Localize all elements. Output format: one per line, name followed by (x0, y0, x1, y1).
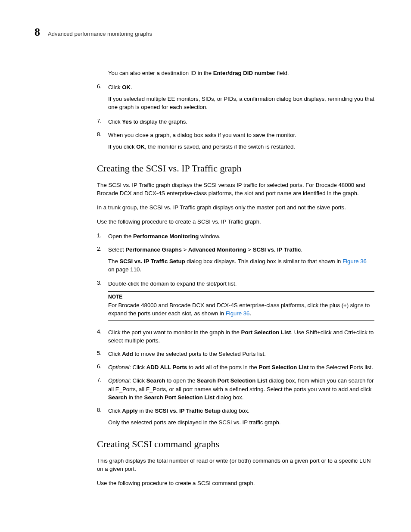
text: . (301, 246, 303, 253)
text: Click (108, 351, 122, 357)
note-title: NOTE (108, 293, 374, 301)
step-number: 1. (97, 232, 108, 240)
text: to display the graphs. (132, 118, 187, 125)
bold-text: Search Port Selection List (144, 394, 215, 401)
text: You can also enter a destination ID in t… (108, 70, 213, 76)
intro-paragraph: You can also enter a destination ID in t… (108, 69, 374, 77)
step-body: Optional: Click Search to open the Searc… (108, 376, 374, 401)
s1-step-8-sub: Only the selected ports are displayed in… (108, 418, 374, 426)
bold-text: Enter/drag DID number (213, 70, 275, 76)
page-content: You can also enter a destination ID in t… (97, 69, 374, 488)
italic-text: Optional (108, 377, 129, 384)
bold-text: OK (122, 84, 131, 90)
section1-p1: The SCSI vs. IP Traffic graph displays t… (97, 181, 374, 197)
step-body: Optional: Click ADD ALL Ports to add all… (108, 363, 374, 371)
bold-text: Advanced Monitoring (188, 246, 246, 253)
section1-p3: Use the following procedure to create a … (97, 218, 374, 226)
section-heading-scsi-cmd: Creating SCSI command graphs (97, 439, 374, 450)
bold-text: Performance Graphs (125, 246, 181, 253)
text: to the Selected Ports list. (308, 364, 373, 370)
text: Select (108, 246, 125, 253)
step-6-sub: If you selected multiple EE monitors, SI… (108, 95, 374, 111)
step-body: Click OK. (108, 83, 374, 91)
text: Click (108, 408, 122, 414)
step-number: 3. (97, 280, 108, 288)
bold-text: OK (136, 143, 145, 150)
bold-text: Performance Monitoring (133, 233, 199, 240)
step-number: 4. (97, 328, 108, 345)
chapter-number: 8 (34, 26, 40, 39)
step-number: 7. (97, 376, 108, 401)
section1-p2: In a trunk group, the SCSI vs. IP Traffi… (97, 203, 374, 212)
step-number: 7. (97, 118, 108, 126)
step-body: Click Yes to display the graphs. (108, 118, 374, 126)
text: to add all of the ports in the (187, 364, 258, 370)
step-number: 6. (97, 363, 108, 371)
text: on page 110. (108, 266, 141, 273)
step-body: Open the Performance Monitoring window. (108, 232, 374, 240)
s1-step-2: 2. Select Performance Graphs > Advanced … (97, 246, 374, 254)
text: to open the (165, 377, 197, 384)
bold-text: SCSI vs. IP Traffic (253, 246, 301, 253)
bold-text: ADD ALL Ports (146, 364, 187, 370)
text: Open the (108, 233, 133, 240)
step-number: 2. (97, 246, 108, 254)
step-number: 5. (97, 350, 108, 358)
section2-p2: Use the following procedure to create a … (97, 479, 374, 487)
bold-text: Search (108, 394, 127, 401)
text: If you click (108, 143, 136, 150)
bold-text: Search Port Selection List (197, 377, 267, 384)
bold-text: Search (146, 377, 165, 384)
step-body: Click the port you want to monitor in th… (108, 328, 374, 345)
text: field. (275, 70, 289, 76)
text: in the (138, 408, 155, 414)
page-header: 8 Advanced performance monitoring graphs (34, 26, 377, 39)
text: dialog box. (215, 394, 243, 401)
text: . (131, 84, 132, 90)
s1-step-2-sub: The SCSI vs. IP Traffic Setup dialog box… (108, 257, 374, 274)
step-body: When you close a graph, a dialog box ask… (108, 131, 374, 139)
step-8: 8. When you close a graph, a dialog box … (97, 131, 374, 139)
bold-text: Port Selection List (259, 364, 309, 370)
bold-text: Port Selection List (241, 329, 291, 336)
bold-text: Apply (122, 408, 138, 414)
s1-step-7: 7. Optional: Click Search to open the Se… (97, 376, 374, 401)
s1-step-8: 8. Click Apply in the SCSI vs. IP Traffi… (97, 407, 374, 415)
s1-step-3: 3. Double-click the domain to expand the… (97, 280, 374, 288)
figure-link[interactable]: Figure 36 (342, 258, 367, 264)
s1-step-6: 6. Optional: Click ADD ALL Ports to add … (97, 363, 374, 371)
text: dialog box displays. This dialog box is … (185, 258, 343, 264)
bold-text: SCSI vs. IP Traffic Setup (119, 258, 185, 264)
step-number: 6. (97, 83, 108, 91)
header-title: Advanced performance monitoring graphs (48, 31, 152, 37)
step-number: 8. (97, 407, 108, 415)
figure-link[interactable]: Figure 36 (226, 310, 250, 317)
text: Click (108, 84, 122, 90)
text: window. (199, 233, 221, 240)
text: in the (127, 394, 144, 401)
text: dialog box. (221, 408, 249, 414)
italic-text: Optional (108, 364, 129, 370)
s1-step-4: 4. Click the port you want to monitor in… (97, 328, 374, 345)
step-7: 7. Click Yes to display the graphs. (97, 118, 374, 126)
text: : Click (129, 377, 146, 384)
s1-step-5: 5. Click Add to move the selected ports … (97, 350, 374, 358)
bold-text: Yes (122, 118, 132, 125)
section2-p1: This graph displays the total number of … (97, 457, 374, 473)
note-text: . (249, 310, 251, 317)
text: > (182, 246, 188, 253)
text: to move the selected ports to the Select… (133, 351, 266, 357)
step-number: 8. (97, 131, 108, 139)
step-body: Click Add to move the selected ports to … (108, 350, 374, 358)
text: The (108, 258, 119, 264)
step-body: Double-click the domain to expand the sl… (108, 280, 374, 288)
text: : Click (129, 364, 146, 370)
text: > (246, 246, 253, 253)
step-8-sub: If you click OK, the monitor is saved, a… (108, 143, 374, 151)
section-heading-scsi-ip: Creating the SCSI vs. IP Traffic graph (97, 163, 374, 174)
bold-text: Add (122, 351, 133, 357)
step-body: Click Apply in the SCSI vs. IP Traffic S… (108, 407, 374, 415)
text: Click the port you want to monitor in th… (108, 329, 241, 336)
bold-text: SCSI vs. IP Traffic Setup (155, 408, 220, 414)
text: , the monitor is saved, and persists if … (145, 143, 295, 150)
